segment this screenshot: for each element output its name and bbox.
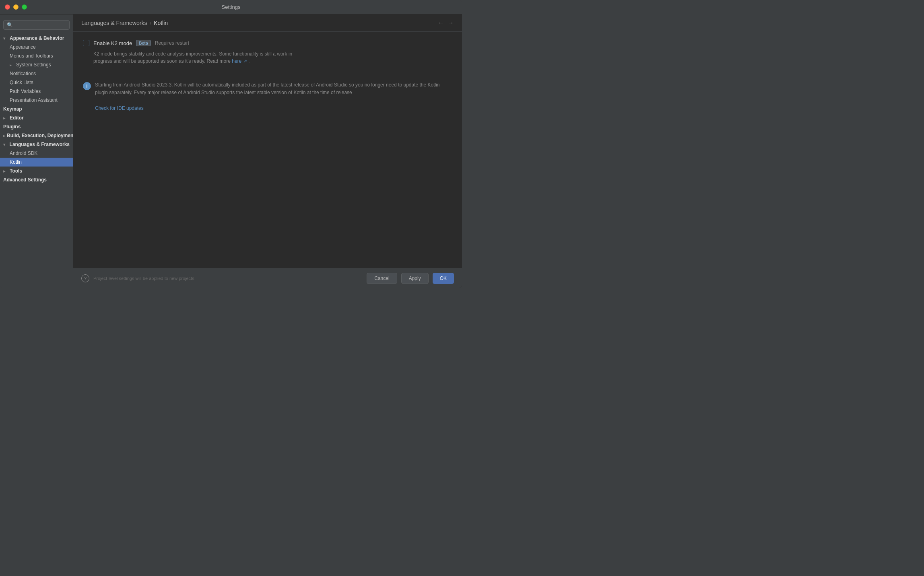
k2-mode-label: Enable K2 mode bbox=[93, 40, 132, 46]
maximize-button[interactable] bbox=[22, 4, 27, 10]
search-icon: 🔍 bbox=[7, 22, 13, 28]
sidebar-item-label: Appearance & Behavior bbox=[10, 35, 64, 41]
chevron-icon bbox=[3, 169, 8, 173]
sidebar-item-label: Build, Execution, Deployment bbox=[7, 133, 73, 138]
search-box[interactable]: 🔍 bbox=[3, 20, 70, 30]
chevron-icon bbox=[3, 134, 5, 138]
content-header: Languages & Frameworks › Kotlin ← → bbox=[73, 14, 462, 32]
bottom-buttons: Cancel Apply OK bbox=[367, 273, 454, 284]
sidebar-item-path-variables[interactable]: Path Variables bbox=[0, 87, 73, 96]
sidebar-item-advanced-settings[interactable]: Advanced Settings bbox=[0, 175, 73, 184]
sidebar: 🔍 Appearance & Behavior Appearance Menus… bbox=[0, 14, 73, 288]
k2-header-row: Enable K2 mode Beta Requires restart bbox=[83, 40, 452, 46]
k2-desc-end: . bbox=[248, 58, 250, 64]
sidebar-item-languages-frameworks[interactable]: Languages & Frameworks bbox=[0, 140, 73, 149]
sidebar-item-appearance[interactable]: Appearance bbox=[0, 43, 73, 51]
search-input[interactable] bbox=[14, 22, 66, 28]
beta-badge: Beta bbox=[136, 40, 151, 46]
sidebar-item-label: Path Variables bbox=[10, 88, 41, 94]
sidebar-item-android-sdk[interactable]: Android SDK bbox=[0, 149, 73, 158]
forward-arrow-icon[interactable]: → bbox=[448, 19, 454, 27]
content-area: Languages & Frameworks › Kotlin ← → Enab… bbox=[73, 14, 462, 288]
sidebar-item-quick-lists[interactable]: Quick Lists bbox=[0, 78, 73, 87]
sidebar-item-kotlin[interactable]: Kotlin bbox=[0, 158, 73, 167]
bottom-hint: Project-level settings will be applied t… bbox=[93, 276, 194, 281]
sidebar-item-label: Editor bbox=[10, 115, 24, 121]
ok-button[interactable]: OK bbox=[433, 273, 454, 284]
sidebar-item-build-execution[interactable]: Build, Execution, Deployment bbox=[0, 131, 73, 140]
k2-read-more-link[interactable]: here ↗ bbox=[232, 58, 247, 64]
info-icon: i bbox=[83, 82, 91, 90]
back-arrow-icon[interactable]: ← bbox=[438, 19, 444, 27]
bottom-bar: ? Project-level settings will be applied… bbox=[73, 268, 462, 288]
k2-desc-text-2: progress and will be supported as soon a… bbox=[93, 58, 231, 64]
sidebar-item-label: Notifications bbox=[10, 71, 36, 76]
chevron-icon bbox=[10, 63, 14, 67]
breadcrumb-parent: Languages & Frameworks bbox=[81, 20, 147, 26]
main-container: 🔍 Appearance & Behavior Appearance Menus… bbox=[0, 14, 462, 288]
info-text-content: Starting from Android Studio 2023.3, Kot… bbox=[95, 82, 440, 95]
close-button[interactable] bbox=[5, 4, 10, 10]
breadcrumb-current: Kotlin bbox=[154, 20, 168, 26]
k2-checkbox[interactable] bbox=[83, 40, 89, 46]
check-updates-link[interactable]: Check for IDE updates bbox=[95, 105, 144, 111]
sidebar-item-label: Quick Lists bbox=[10, 80, 33, 85]
sidebar-item-label: Tools bbox=[10, 168, 22, 174]
sidebar-item-label: Appearance bbox=[10, 44, 36, 50]
sidebar-item-label: Languages & Frameworks bbox=[10, 142, 70, 147]
sidebar-item-label: Plugins bbox=[3, 124, 21, 130]
apply-button[interactable]: Apply bbox=[401, 273, 429, 284]
traffic-lights bbox=[5, 4, 27, 10]
sidebar-item-label: Menus and Toolbars bbox=[10, 53, 53, 59]
sidebar-item-presentation-assistant[interactable]: Presentation Assistant bbox=[0, 96, 73, 105]
sidebar-item-label: Keymap bbox=[3, 106, 22, 112]
chevron-icon bbox=[3, 36, 8, 41]
bottom-left: ? Project-level settings will be applied… bbox=[81, 274, 194, 282]
sidebar-item-label: Kotlin bbox=[10, 159, 22, 165]
sidebar-item-label: System Settings bbox=[16, 62, 51, 68]
sidebar-item-label: Advanced Settings bbox=[3, 177, 47, 183]
chevron-icon bbox=[3, 142, 8, 147]
sidebar-item-keymap[interactable]: Keymap bbox=[0, 105, 73, 113]
requires-restart-label: Requires restart bbox=[155, 40, 189, 46]
nav-arrows: ← → bbox=[438, 19, 454, 27]
info-section: i Starting from Android Studio 2023.3, K… bbox=[83, 81, 452, 112]
sidebar-item-editor[interactable]: Editor bbox=[0, 113, 73, 122]
content-body: Enable K2 mode Beta Requires restart K2 … bbox=[73, 32, 462, 268]
k2-description: K2 mode brings stability and code analys… bbox=[93, 50, 452, 65]
help-icon-char: ? bbox=[84, 276, 87, 281]
chevron-icon bbox=[3, 116, 8, 120]
breadcrumb: Languages & Frameworks › Kotlin bbox=[81, 20, 168, 26]
k2-desc-text-1: K2 mode brings stability and code analys… bbox=[93, 51, 292, 57]
sidebar-item-label: Android SDK bbox=[10, 150, 37, 156]
info-text-block: Starting from Android Studio 2023.3, Kot… bbox=[95, 81, 452, 112]
k2-section: Enable K2 mode Beta Requires restart K2 … bbox=[83, 40, 452, 73]
breadcrumb-separator: › bbox=[149, 20, 151, 26]
help-icon[interactable]: ? bbox=[81, 274, 89, 282]
sidebar-item-notifications[interactable]: Notifications bbox=[0, 69, 73, 78]
cancel-button[interactable]: Cancel bbox=[367, 273, 397, 284]
sidebar-item-appearance-behavior[interactable]: Appearance & Behavior bbox=[0, 34, 73, 43]
window-title: Settings bbox=[222, 4, 241, 10]
minimize-button[interactable] bbox=[13, 4, 19, 10]
sidebar-item-label: Presentation Assistant bbox=[10, 97, 58, 103]
sidebar-item-tools[interactable]: Tools bbox=[0, 167, 73, 175]
title-bar: Settings bbox=[0, 0, 462, 14]
sidebar-item-plugins[interactable]: Plugins bbox=[0, 122, 73, 131]
sidebar-item-menus-toolbars[interactable]: Menus and Toolbars bbox=[0, 51, 73, 60]
sidebar-item-system-settings[interactable]: System Settings bbox=[0, 60, 73, 69]
